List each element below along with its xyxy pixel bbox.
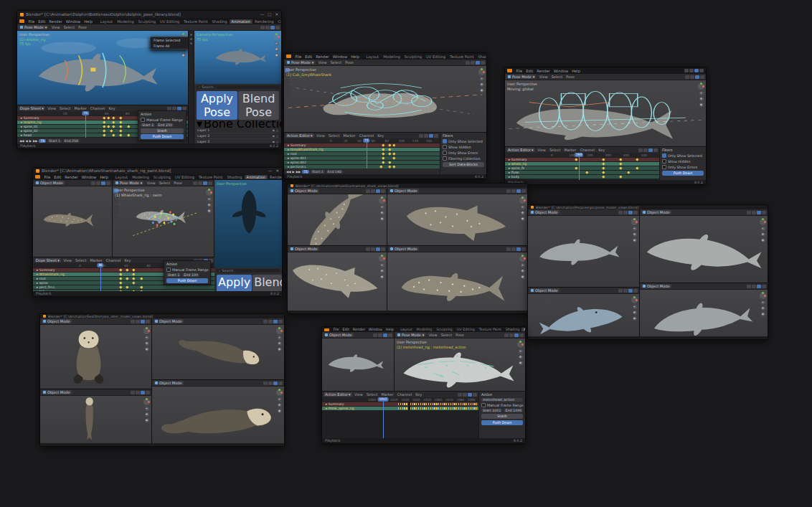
shading-toggles[interactable] [747,211,766,214]
camera-icon[interactable]: ◉ [275,53,279,57]
viewport-gizmos[interactable]: +✥◉ [760,219,766,242]
dope-channel-pect-fin-l[interactable]: ▸ pect_fin.L [33,285,214,289]
keyframe[interactable] [619,167,622,170]
pan-icon[interactable]: ✥ [521,211,525,215]
start-frame-field[interactable]: Start 1 [311,170,325,174]
toggle-icon[interactable] [419,134,423,138]
workspace-tab-texture-paint[interactable]: Texture Paint [448,55,476,59]
checkbox[interactable] [481,403,486,407]
navigation-gizmo[interactable] [631,219,638,225]
pan-icon[interactable]: ✥ [633,232,637,237]
workspace-tab-sculpting[interactable]: Sculpting [402,55,424,59]
keyframe[interactable] [388,153,391,156]
shading-toggles[interactable] [504,333,524,337]
workspace-tab-compositing[interactable]: Compositing [276,19,281,24]
keyframe[interactable] [382,153,385,156]
navigation-gizmo[interactable] [379,197,385,204]
camera-icon[interactable]: ◉ [480,88,484,93]
keyframe[interactable] [388,161,391,164]
channel-name[interactable]: ▸ spine_fk [505,166,554,170]
channel-name[interactable]: ▸ spine_02 [17,129,67,133]
channel-name[interactable]: ▸ pectoral.L [284,165,334,169]
viewport-3d-main[interactable]: User Perspective (1) dolphin_rig 75 fps … [17,31,188,105]
menu-item-key[interactable]: Key [597,148,607,152]
workspace-tab-animation[interactable]: Animation [245,175,268,179]
keyframe[interactable] [132,290,135,291]
toggle-icon[interactable] [376,189,380,193]
viewport-gizmos[interactable]: +✥◉ [631,297,638,321]
workspace-tab-shading[interactable]: Shading [225,175,245,179]
camera-icon[interactable]: ◉ [699,103,704,107]
keyframe[interactable] [103,134,105,137]
menu-item-select[interactable]: Select [157,181,171,185]
toggle-icon[interactable] [690,75,694,79]
editor-type-dropdown[interactable]: Action Editor▾ [324,392,352,397]
zoom-icon[interactable]: + [145,336,149,340]
zoom-icon[interactable]: + [278,397,282,402]
pan-icon[interactable]: ✥ [521,269,525,273]
toggle-icon[interactable] [511,189,516,193]
toggle-icon[interactable] [473,393,477,397]
dope-channel-greywhaleshark-rig[interactable]: ▸ GreyWhaleShark_rig [284,148,440,151]
toggle-icon[interactable] [506,189,511,193]
viewport-header[interactable]: Object Mode [40,389,151,396]
toggle-icon[interactable] [481,61,485,65]
start-field[interactable]: Start 1001 [481,409,502,412]
dope-filter-icons[interactable] [458,393,477,397]
option-row[interactable]: Filtering Collection [440,156,486,161]
workspace-tab-shading[interactable]: Shading [210,19,230,24]
viewport-quad-tr[interactable]: +✥◉ [387,194,527,245]
channel-name[interactable]: ▸ Summary [17,116,67,120]
keyframe[interactable] [120,130,123,133]
frame-field[interactable]: 75 [39,139,46,143]
viewport-header[interactable]: Object Mode [640,209,768,216]
viewport-header[interactable]: Object Mode [288,188,387,194]
toggle-icon[interactable] [685,75,689,79]
toggle-icon[interactable] [106,181,110,185]
option-row[interactable]: Only Show Errors [440,150,486,156]
dope-channel-pose-spinal-rig[interactable]: ▸ POSE_spinal_rig [322,407,478,410]
menu-item-edit[interactable]: Edit [52,175,63,179]
toggle-icon[interactable] [506,247,511,251]
apply-pose-button[interactable]: Apply Pose [197,91,237,120]
channel-name[interactable]: ▸ tail [33,290,82,291]
toggle-icon[interactable] [618,211,623,214]
toggle-icon[interactable] [516,247,521,251]
menu-item-edit[interactable]: Edit [341,328,351,331]
title-bar[interactable]: Blender* [C:\Animation\WhaleShark\whale_… [33,168,282,174]
toggle-icon[interactable] [633,289,638,293]
viewport-header[interactable]: Object Mode [40,318,151,325]
current-frame-badge[interactable]: 260 [575,153,583,157]
menu-item-key[interactable]: Key [414,392,424,397]
keyframe[interactable] [382,161,385,164]
editor-type-dropdown[interactable]: Dope Sheet▾ [19,106,45,110]
pan-icon[interactable]: ✥ [480,82,484,87]
tool-icon[interactable] [113,199,118,204]
menu-item-select[interactable]: Select [364,392,379,397]
viewport-gizmos[interactable]: +✥◉ [379,197,385,221]
shading-toggles[interactable] [366,247,385,251]
viewport-quad-bl[interactable]: +✥◉ [40,396,151,443]
keyframe[interactable] [132,278,135,280]
viewport-header[interactable]: Object Mode [387,188,527,194]
menu-item-help[interactable]: Help [349,55,362,59]
zoom-icon[interactable]: + [380,205,384,209]
workspace-tab-modeling[interactable]: Modeling [130,175,151,179]
zoom-icon[interactable]: + [699,91,704,95]
toggle-icon[interactable] [684,69,689,72]
toggle-icon[interactable] [463,393,467,397]
workspace-tab-sculpting[interactable]: Sculpting [136,19,158,24]
menu-item-select[interactable]: Select [547,148,562,152]
toggle-icon[interactable] [476,61,480,65]
menu-item-select[interactable]: Select [62,25,76,29]
menu-item-render[interactable]: Render [351,328,367,331]
toggle-icon[interactable] [628,211,633,214]
shading-toggles[interactable] [193,181,212,185]
keyframe[interactable] [380,166,383,169]
play-button[interactable]: ▶ [29,139,32,143]
current-frame-badge[interactable]: 36 [97,263,103,267]
toggle-icon[interactable] [270,26,275,29]
menu-item-view[interactable]: View [49,25,62,29]
toggle-icon[interactable] [378,333,382,337]
menu-item-help[interactable]: Help [570,69,582,73]
